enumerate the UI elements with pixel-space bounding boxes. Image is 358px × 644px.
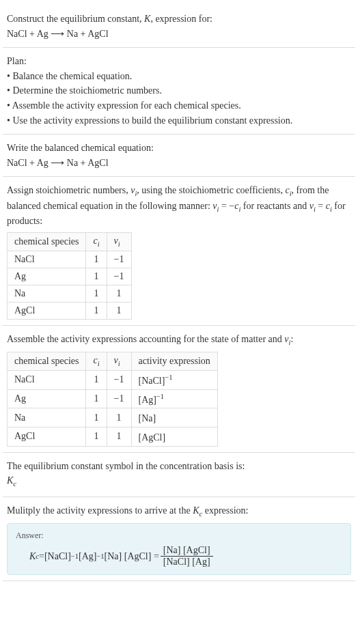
stoich-text: , using the stoichiometric coefficients, [137, 185, 285, 195]
plan-item: • Assemble the activity expression for e… [7, 99, 351, 113]
fraction: [Na] [AgCl] [NaCl] [Ag] [161, 545, 213, 568]
activity-intro: Assemble the activity expressions accoun… [7, 333, 351, 348]
stoich-table: chemical species ci νi NaCl 1 −1 Ag 1 −1… [7, 232, 132, 320]
cell-c: 1 [86, 302, 107, 319]
cell-species: Na [8, 408, 86, 428]
cell-v: −1 [107, 251, 131, 268]
expr-base: [AgCl] [139, 432, 166, 443]
answer-box: Answer: Kc = [NaCl]−1 [Ag]−1 [Na] [AgCl]… [7, 523, 351, 575]
col-species: chemical species [8, 232, 86, 251]
activity-section: Assemble the activity expressions accoun… [3, 326, 355, 453]
vi-sub: i [118, 240, 120, 248]
cell-v: −1 [107, 389, 131, 408]
header-equation: NaCl + Ag ⟶ Na + AgCl [7, 27, 351, 41]
cell-activity: [AgCl] [131, 427, 217, 446]
header-suffix: , expression for: [150, 14, 212, 24]
col-species: chemical species [8, 352, 86, 371]
term-sup: −1 [96, 552, 104, 560]
table-row: NaCl 1 −1 [8, 251, 132, 268]
expr-sup: −1 [165, 374, 172, 381]
table-row: Ag 1 −1 [Ag]−1 [8, 389, 218, 408]
header-line: Construct the equilibrium constant, K, e… [7, 12, 351, 26]
stoich-section: Assign stoichiometric numbers, νi, using… [3, 177, 355, 325]
table-header-row: chemical species ci νi activity expressi… [8, 352, 218, 371]
stoich-text: Assign stoichiometric numbers, [7, 185, 130, 195]
table-row: Na 1 1 [Na] [8, 408, 218, 428]
answer-label: Answer: [16, 531, 342, 541]
cell-c: 1 [86, 427, 107, 446]
expr-sup: −1 [156, 393, 164, 400]
expr-base: [Ag] [139, 394, 156, 404]
term-sup: −1 [71, 552, 79, 560]
plan-section: Plan: • Balance the chemical equation. •… [3, 48, 355, 135]
cell-species: NaCl [8, 251, 86, 268]
cell-c: 1 [86, 408, 107, 428]
activity-text: : [290, 334, 293, 344]
activity-text: Assemble the activity expressions accoun… [7, 334, 284, 344]
balanced-title: Write the balanced chemical equation: [7, 141, 351, 155]
table-row: NaCl 1 −1 [NaCl]−1 [8, 370, 218, 389]
cell-species: NaCl [8, 370, 86, 389]
vi-sub: i [118, 360, 120, 367]
answer-equation: Kc = [NaCl]−1 [Ag]−1 [Na] [AgCl] = [Na] … [16, 545, 342, 568]
cell-activity: [Ag]−1 [131, 389, 217, 408]
stoich-intro: Assign stoichiometric numbers, νi, using… [7, 184, 351, 228]
plan-title: Plan: [7, 55, 351, 68]
kc-K: K [29, 551, 36, 562]
header-K: K [144, 14, 150, 24]
symbol-section: The equilibrium constant symbol in the c… [3, 453, 355, 497]
multiply-text: Mulitply the activity expressions to arr… [7, 505, 193, 516]
plan-item: • Determine the stoichiometric numbers. [7, 84, 351, 98]
ci-sub: i [98, 360, 100, 367]
cell-species: Ag [8, 389, 86, 408]
table-header-row: chemical species ci νi [8, 232, 132, 251]
table-row: Na 1 1 [8, 285, 132, 302]
cell-species: AgCl [8, 427, 86, 446]
col-ci: ci [86, 352, 107, 371]
kc-K: K [193, 505, 199, 516]
cell-c: 1 [86, 285, 107, 302]
stoich-text: = − [219, 201, 234, 211]
term: [Na] [AgCl] = [105, 551, 159, 562]
cell-c: 1 [86, 251, 107, 268]
table-row: Ag 1 −1 [8, 268, 132, 285]
expr-base: [Na] [139, 413, 156, 423]
fraction-denominator: [NaCl] [Ag] [161, 557, 213, 568]
col-vi: νi [107, 352, 131, 371]
cell-species: Na [8, 285, 86, 302]
cell-v: −1 [107, 370, 131, 389]
cell-species: AgCl [8, 302, 86, 319]
table-row: AgCl 1 1 [8, 302, 132, 319]
header-section: Construct the equilibrium constant, K, e… [3, 5, 355, 48]
cell-v: 1 [107, 285, 131, 302]
cell-activity: [NaCl]−1 [131, 370, 217, 389]
cell-v: 1 [107, 302, 131, 319]
stoich-text: = [316, 201, 326, 211]
activity-table: chemical species ci νi activity expressi… [7, 352, 218, 446]
multiply-line: Mulitply the activity expressions to arr… [7, 504, 351, 519]
term: [NaCl] [44, 551, 71, 562]
table-row: AgCl 1 1 [AgCl] [8, 427, 218, 446]
symbol-line: The equilibrium constant symbol in the c… [7, 460, 351, 473]
cell-species: Ag [8, 268, 86, 285]
cell-c: 1 [86, 370, 107, 389]
expr-base: [NaCl] [139, 376, 165, 386]
eq-sign: = [39, 551, 44, 562]
multiply-text: expression: [202, 505, 248, 516]
fraction-numerator: [Na] [AgCl] [161, 545, 213, 557]
cell-c: 1 [86, 268, 107, 285]
balanced-section: Write the balanced chemical equation: Na… [3, 135, 355, 177]
multiply-section: Mulitply the activity expressions to arr… [3, 497, 355, 581]
cell-activity: [Na] [131, 408, 217, 428]
cell-v: −1 [107, 268, 131, 285]
cell-v: 1 [107, 427, 131, 446]
kc-K: K [7, 475, 13, 486]
plan-item: • Use the activity expressions to build … [7, 114, 351, 128]
col-ci: ci [86, 232, 107, 251]
header-prefix: Construct the equilibrium constant, [7, 14, 144, 24]
term: [Ag] [79, 551, 96, 562]
col-vi: νi [107, 232, 131, 251]
ci-sub: i [98, 240, 100, 248]
symbol-kc: Kc [7, 474, 351, 489]
cell-v: 1 [107, 408, 131, 428]
